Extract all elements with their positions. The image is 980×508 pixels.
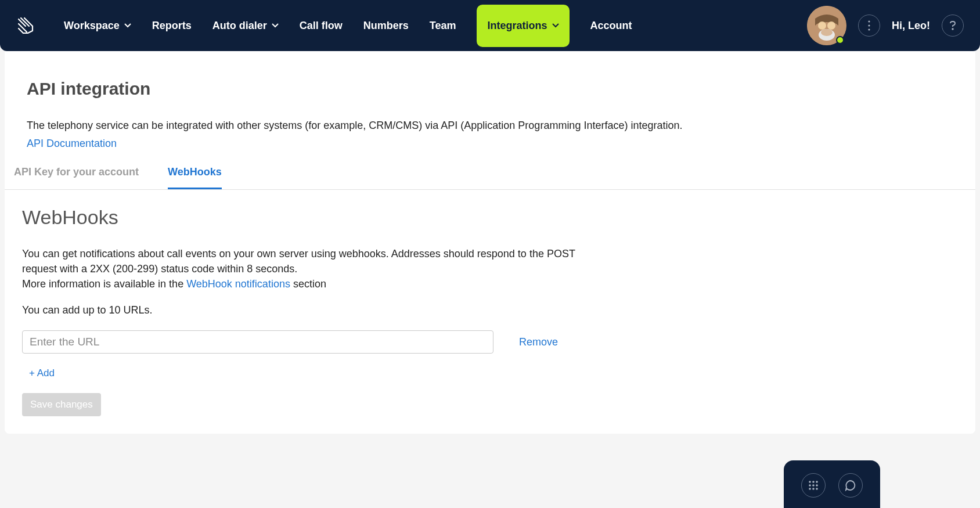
nav-numbers[interactable]: Numbers [363,20,409,32]
help-button[interactable] [942,15,964,37]
svg-point-1 [818,21,826,30]
tab-api-key[interactable]: API Key for your account [14,166,139,189]
user-greeting: Hi, Leo! [892,20,930,32]
svg-point-2 [827,21,835,30]
svg-point-14 [816,484,818,487]
webhook-notifications-link[interactable]: WebHook notifications [186,278,290,290]
svg-point-17 [816,488,818,490]
nav-workspace[interactable]: Workspace [64,20,131,32]
main-nav: Workspace Reports Auto dialer Call flow … [64,5,632,47]
chevron-down-icon [124,23,131,28]
integration-tabs: API Key for your account WebHooks [5,166,975,190]
nav-integrations[interactable]: Integrations [477,5,569,47]
chat-bubble-icon [845,480,856,491]
api-documentation-link[interactable]: API Documentation [27,138,117,149]
dialpad-icon [808,480,819,491]
nav-reports[interactable]: Reports [152,20,192,32]
svg-point-11 [816,481,818,483]
svg-point-7 [868,28,870,30]
webhooks-description: You can get notifications about call eve… [22,246,579,291]
nav-callflow[interactable]: Call flow [300,20,343,32]
chevron-down-icon [552,23,559,28]
user-avatar[interactable] [807,6,846,45]
main-content-card: API integration The telephony service ca… [5,51,975,434]
more-menu-button[interactable] [858,15,880,37]
webhook-url-input[interactable] [22,330,493,354]
brand-logo-icon [16,16,36,35]
svg-point-13 [812,484,815,487]
svg-point-8 [952,28,953,30]
svg-point-12 [809,484,811,487]
nav-integrations-label: Integrations [487,20,547,32]
svg-point-9 [809,481,811,483]
dialpad-button[interactable] [801,473,826,498]
nav-autodialer-label: Auto dialer [212,20,267,32]
top-navigation-bar: Workspace Reports Auto dialer Call flow … [0,0,980,51]
add-url-link[interactable]: + Add [29,368,55,379]
svg-point-5 [868,20,870,22]
page-header: API integration The telephony service ca… [5,79,975,150]
page-description: The telephony service can be integrated … [27,120,953,132]
topbar-right: Hi, Leo! [807,6,964,45]
svg-point-16 [812,488,815,490]
tab-webhooks[interactable]: WebHooks [168,166,222,189]
question-mark-icon [950,21,956,30]
webhooks-section: WebHooks You can get notifications about… [5,190,975,416]
online-status-dot [836,36,844,44]
bottom-toolbar-widget [784,460,880,508]
svg-point-6 [868,24,870,26]
svg-point-10 [812,481,815,483]
remove-url-link[interactable]: Remove [519,336,558,348]
nav-account[interactable]: Account [590,20,632,32]
section-title: WebHooks [22,206,958,229]
svg-point-4 [821,29,833,36]
chat-button[interactable] [838,473,863,498]
nav-autodialer[interactable]: Auto dialer [212,20,279,32]
dots-vertical-icon [868,20,870,31]
svg-point-15 [809,488,811,490]
nav-workspace-label: Workspace [64,20,120,32]
url-limit-text: You can add up to 10 URLs. [22,304,958,316]
save-changes-button[interactable]: Save changes [22,393,101,416]
nav-team[interactable]: Team [430,20,456,32]
chevron-down-icon [272,23,279,28]
page-title: API integration [27,79,953,99]
webhook-url-row: Remove [22,330,958,354]
